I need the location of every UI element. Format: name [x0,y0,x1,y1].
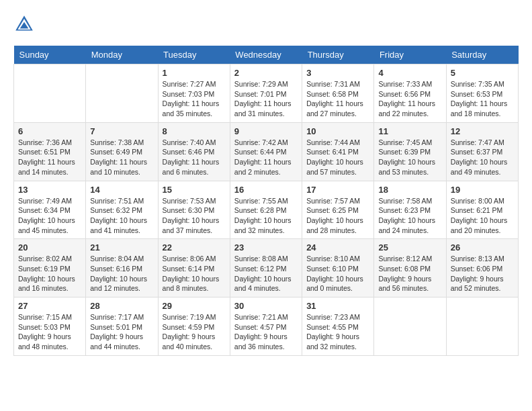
day-info: Sunrise: 8:12 AM Sunset: 6:08 PM Dayligh… [378,254,441,293]
day-number: 6 [18,126,81,136]
weekday-row: SundayMondayTuesdayWednesdayThursdayFrid… [14,46,519,64]
calendar-cell: 21Sunrise: 8:04 AM Sunset: 6:16 PM Dayli… [86,239,158,298]
day-number: 25 [378,242,441,253]
calendar-cell: 27Sunrise: 7:15 AM Sunset: 5:03 PM Dayli… [14,298,86,356]
day-info: Sunrise: 8:06 AM Sunset: 6:14 PM Dayligh… [163,254,226,293]
day-info: Sunrise: 7:51 AM Sunset: 6:32 PM Dayligh… [90,196,153,236]
week-row-4: 20Sunrise: 8:02 AM Sunset: 6:19 PM Dayli… [14,239,519,298]
day-number: 13 [18,185,81,195]
day-info: Sunrise: 7:19 AM Sunset: 4:59 PM Dayligh… [163,312,226,352]
day-number: 11 [378,126,441,136]
weekday-saturday: Saturday [446,46,518,64]
day-info: Sunrise: 7:21 AM Sunset: 4:57 PM Dayligh… [234,312,298,352]
day-info: Sunrise: 7:55 AM Sunset: 6:28 PM Dayligh… [234,196,298,236]
day-number: 24 [306,242,369,253]
day-info: Sunrise: 7:29 AM Sunset: 7:01 PM Dayligh… [234,79,298,119]
day-info: Sunrise: 7:47 AM Sunset: 6:37 PM Dayligh… [451,138,514,177]
day-info: Sunrise: 7:33 AM Sunset: 6:56 PM Dayligh… [378,79,441,119]
calendar-cell: 2Sunrise: 7:29 AM Sunset: 7:01 PM Daylig… [230,64,302,123]
day-number: 21 [90,242,153,253]
logo [13,13,38,35]
day-info: Sunrise: 7:17 AM Sunset: 5:01 PM Dayligh… [90,312,153,352]
day-number: 5 [451,68,514,78]
day-number: 8 [163,126,226,136]
calendar-cell [14,64,86,123]
calendar-cell: 25Sunrise: 8:12 AM Sunset: 6:08 PM Dayli… [374,239,446,298]
day-number: 26 [451,242,514,253]
calendar-cell: 1Sunrise: 7:27 AM Sunset: 7:03 PM Daylig… [158,64,230,123]
day-info: Sunrise: 7:58 AM Sunset: 6:23 PM Dayligh… [378,196,441,236]
day-number: 30 [234,301,298,311]
calendar-cell: 26Sunrise: 8:13 AM Sunset: 6:06 PM Dayli… [446,239,518,298]
calendar-body: 1Sunrise: 7:27 AM Sunset: 7:03 PM Daylig… [14,64,519,356]
day-info: Sunrise: 7:38 AM Sunset: 6:49 PM Dayligh… [90,138,153,177]
calendar-cell: 8Sunrise: 7:40 AM Sunset: 6:46 PM Daylig… [158,122,230,181]
logo-icon [13,13,35,35]
day-number: 4 [378,68,441,78]
day-info: Sunrise: 7:45 AM Sunset: 6:39 PM Dayligh… [378,138,441,177]
calendar-cell: 30Sunrise: 7:21 AM Sunset: 4:57 PM Dayli… [230,298,302,356]
calendar-cell: 15Sunrise: 7:53 AM Sunset: 6:30 PM Dayli… [158,181,230,239]
day-number: 17 [306,185,369,195]
day-number: 14 [90,185,153,195]
weekday-friday: Friday [374,46,446,64]
weekday-monday: Monday [86,46,158,64]
calendar-cell: 7Sunrise: 7:38 AM Sunset: 6:49 PM Daylig… [86,122,158,181]
day-number: 29 [163,301,226,311]
weekday-wednesday: Wednesday [230,46,302,64]
calendar-cell: 5Sunrise: 7:35 AM Sunset: 6:53 PM Daylig… [446,64,518,123]
day-number: 15 [163,185,226,195]
day-info: Sunrise: 7:44 AM Sunset: 6:41 PM Dayligh… [306,138,369,177]
calendar-cell: 23Sunrise: 8:08 AM Sunset: 6:12 PM Dayli… [230,239,302,298]
day-number: 7 [90,126,153,136]
day-info: Sunrise: 7:57 AM Sunset: 6:25 PM Dayligh… [306,196,369,236]
day-number: 28 [90,301,153,311]
day-number: 18 [378,185,441,195]
calendar-cell: 29Sunrise: 7:19 AM Sunset: 4:59 PM Dayli… [158,298,230,356]
day-number: 1 [163,68,226,78]
day-info: Sunrise: 7:40 AM Sunset: 6:46 PM Dayligh… [163,138,226,177]
calendar-cell [446,298,518,356]
day-number: 3 [306,68,369,78]
day-number: 20 [18,242,81,253]
day-number: 27 [18,301,81,311]
day-info: Sunrise: 7:36 AM Sunset: 6:51 PM Dayligh… [18,138,81,177]
weekday-tuesday: Tuesday [158,46,230,64]
weekday-sunday: Sunday [14,46,86,64]
calendar-cell: 6Sunrise: 7:36 AM Sunset: 6:51 PM Daylig… [14,122,86,181]
week-row-1: 1Sunrise: 7:27 AM Sunset: 7:03 PM Daylig… [14,64,519,123]
calendar-cell: 3Sunrise: 7:31 AM Sunset: 6:58 PM Daylig… [302,64,374,123]
day-info: Sunrise: 7:27 AM Sunset: 7:03 PM Dayligh… [163,79,226,119]
day-info: Sunrise: 7:49 AM Sunset: 6:34 PM Dayligh… [18,196,81,236]
day-info: Sunrise: 7:53 AM Sunset: 6:30 PM Dayligh… [163,196,226,236]
day-number: 9 [234,126,298,136]
day-number: 19 [451,185,514,195]
week-row-3: 13Sunrise: 7:49 AM Sunset: 6:34 PM Dayli… [14,181,519,239]
weekday-thursday: Thursday [302,46,374,64]
calendar-cell: 13Sunrise: 7:49 AM Sunset: 6:34 PM Dayli… [14,181,86,239]
day-info: Sunrise: 7:23 AM Sunset: 4:55 PM Dayligh… [306,312,369,352]
calendar-cell: 14Sunrise: 7:51 AM Sunset: 6:32 PM Dayli… [86,181,158,239]
calendar-cell: 20Sunrise: 8:02 AM Sunset: 6:19 PM Dayli… [14,239,86,298]
day-info: Sunrise: 8:00 AM Sunset: 6:21 PM Dayligh… [451,196,514,236]
day-info: Sunrise: 8:13 AM Sunset: 6:06 PM Dayligh… [451,254,514,293]
week-row-5: 27Sunrise: 7:15 AM Sunset: 5:03 PM Dayli… [14,298,519,356]
calendar-cell: 16Sunrise: 7:55 AM Sunset: 6:28 PM Dayli… [230,181,302,239]
calendar-cell: 28Sunrise: 7:17 AM Sunset: 5:01 PM Dayli… [86,298,158,356]
day-number: 31 [306,301,369,311]
calendar-cell [374,298,446,356]
calendar-cell: 4Sunrise: 7:33 AM Sunset: 6:56 PM Daylig… [374,64,446,123]
day-info: Sunrise: 7:15 AM Sunset: 5:03 PM Dayligh… [18,312,81,352]
calendar-cell: 10Sunrise: 7:44 AM Sunset: 6:41 PM Dayli… [302,122,374,181]
day-number: 10 [306,126,369,136]
calendar-cell: 12Sunrise: 7:47 AM Sunset: 6:37 PM Dayli… [446,122,518,181]
calendar-cell [86,64,158,123]
day-info: Sunrise: 8:10 AM Sunset: 6:10 PM Dayligh… [306,254,369,293]
day-info: Sunrise: 7:42 AM Sunset: 6:44 PM Dayligh… [234,138,298,177]
day-number: 22 [163,242,226,253]
day-info: Sunrise: 8:02 AM Sunset: 6:19 PM Dayligh… [18,254,81,293]
day-info: Sunrise: 8:04 AM Sunset: 6:16 PM Dayligh… [90,254,153,293]
week-row-2: 6Sunrise: 7:36 AM Sunset: 6:51 PM Daylig… [14,122,519,181]
page-header [13,13,519,35]
calendar-cell: 9Sunrise: 7:42 AM Sunset: 6:44 PM Daylig… [230,122,302,181]
